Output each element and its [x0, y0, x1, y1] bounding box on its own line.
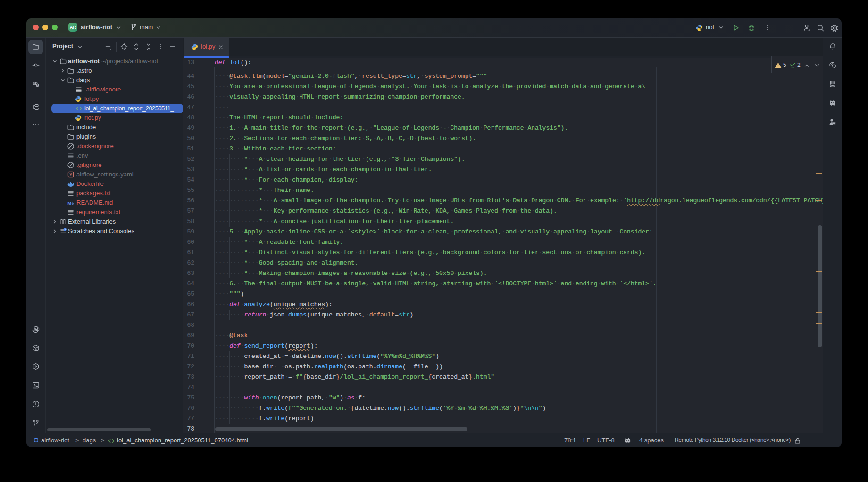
svg-text:M: M	[67, 200, 71, 206]
svg-text:?: ?	[37, 84, 38, 87]
svg-text:Y: Y	[69, 172, 72, 177]
